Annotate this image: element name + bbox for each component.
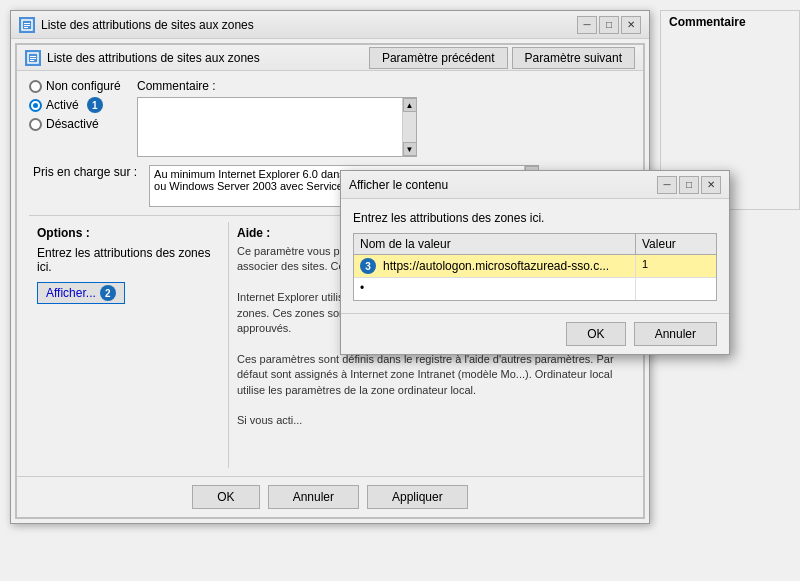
radio-label-active: Activé [46, 98, 79, 112]
ok-button[interactable]: OK [192, 485, 259, 509]
main-titlebar: Liste des attributions de sites aux zone… [11, 11, 649, 39]
table-header: Nom de la valeur Valeur [354, 234, 716, 255]
radio-active[interactable]: Activé 1 [29, 97, 129, 113]
radio-circle-non-configure [29, 80, 42, 93]
afficher-button[interactable]: Afficher... 2 [37, 282, 125, 304]
radio-label-non-configure: Non configuré [46, 79, 121, 93]
dialog-content: Entrez les attributions des zones ici. N… [341, 199, 729, 313]
th-value: Valeur [636, 234, 716, 254]
svg-rect-5 [30, 56, 36, 57]
titlebar-left: Liste des attributions de sites aux zone… [19, 17, 254, 33]
titlebar-buttons: ─ □ ✕ [577, 16, 641, 34]
td-value-1: 1 [636, 255, 716, 277]
scroll-down-arrow[interactable]: ▼ [403, 142, 417, 156]
attribution-text: Entrez les attributions des zones ici. [37, 246, 220, 274]
inner-icon [25, 50, 41, 66]
dialog-ok-button[interactable]: OK [566, 322, 625, 346]
svg-rect-3 [24, 27, 28, 28]
dialog-maximize-btn[interactable]: □ [679, 176, 699, 194]
table-row-empty: • [354, 278, 716, 300]
svg-rect-2 [24, 25, 30, 26]
dialog-annuler-button[interactable]: Annuler [634, 322, 717, 346]
nav-buttons: Paramètre précédent Paramètre suivant [369, 47, 635, 69]
afficher-dialog: Afficher le contenu ─ □ ✕ Entrez les att… [340, 170, 730, 355]
radio-label-desactive: Désactivé [46, 117, 99, 131]
prev-param-button[interactable]: Paramètre précédent [369, 47, 508, 69]
inner-titlebar: Liste des attributions de sites aux zone… [17, 45, 643, 71]
afficher-label: Afficher... [46, 286, 96, 300]
next-param-button[interactable]: Paramètre suivant [512, 47, 635, 69]
table-row[interactable]: 3 https://autologon.microsoftazuread-sso… [354, 255, 716, 278]
appliquer-button[interactable]: Appliquer [367, 485, 468, 509]
maximize-button[interactable]: □ [599, 16, 619, 34]
scroll-up-arrow[interactable]: ▲ [403, 98, 417, 112]
window-icon [19, 17, 35, 33]
comment-textarea[interactable] [138, 98, 402, 156]
options-label: Options : [37, 226, 220, 240]
td-dot: • [354, 278, 636, 300]
badge-3: 3 [360, 258, 376, 274]
svg-rect-6 [30, 58, 36, 59]
badge-1: 1 [87, 97, 103, 113]
close-button[interactable]: ✕ [621, 16, 641, 34]
svg-rect-1 [24, 23, 30, 24]
radio-circle-desactive [29, 118, 42, 131]
comment-section: Commentaire : ▲ ▼ [137, 79, 417, 157]
bottom-buttons: OK Annuler Appliquer [17, 476, 643, 517]
comment-textarea-wrapper: ▲ ▼ [137, 97, 417, 157]
options-left: Options : Entrez les attributions des zo… [29, 222, 229, 468]
inner-title-text: Liste des attributions de sites aux zone… [47, 51, 260, 65]
radio-desactive[interactable]: Désactivé [29, 117, 129, 131]
badge-2: 2 [100, 285, 116, 301]
radio-circle-active [29, 99, 42, 112]
support-label: Pris en charge sur : [33, 165, 137, 179]
dialog-title: Afficher le contenu [349, 178, 448, 192]
comment-scrollbar: ▲ ▼ [402, 98, 416, 156]
right-panel-title: Commentaire [669, 15, 791, 29]
dialog-instruction: Entrez les attributions des zones ici. [353, 211, 717, 225]
dialog-footer: OK Annuler [341, 313, 729, 354]
td-empty-value [636, 278, 716, 300]
comment-label: Commentaire : [137, 79, 413, 93]
td-name-1: 3 https://autologon.microsoftazuread-sso… [354, 255, 636, 277]
radio-non-configure[interactable]: Non configuré [29, 79, 129, 93]
th-name: Nom de la valeur [354, 234, 636, 254]
options-attribution-row: Entrez les attributions des zones ici. A… [37, 246, 220, 304]
main-window-title: Liste des attributions de sites aux zone… [41, 18, 254, 32]
minimize-button[interactable]: ─ [577, 16, 597, 34]
radio-group: Non configuré Activé 1 Désactivé [29, 79, 129, 131]
dialog-titlebar: Afficher le contenu ─ □ ✕ [341, 171, 729, 199]
dialog-minimize-btn[interactable]: ─ [657, 176, 677, 194]
radio-comment-row: Non configuré Activé 1 Désactivé Comment… [29, 79, 631, 157]
annuler-button[interactable]: Annuler [268, 485, 359, 509]
dialog-titlebar-buttons: ─ □ ✕ [657, 176, 721, 194]
dialog-close-btn[interactable]: ✕ [701, 176, 721, 194]
svg-rect-7 [30, 60, 34, 61]
dialog-table: Nom de la valeur Valeur 3 https://autolo… [353, 233, 717, 301]
